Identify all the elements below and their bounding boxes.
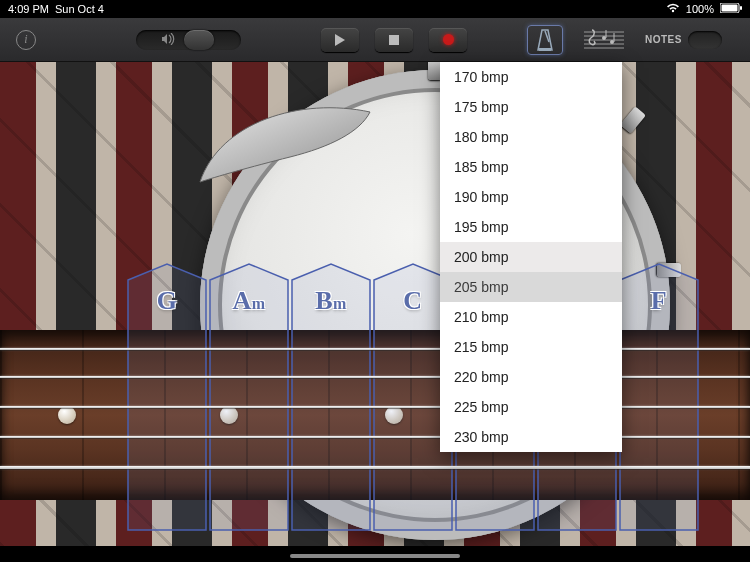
chord-tab-Am[interactable]: Am [208, 262, 290, 532]
svg-rect-4 [539, 48, 551, 51]
bpm-option[interactable]: 225 bmp [440, 392, 622, 422]
bpm-option[interactable]: 185 bmp [440, 152, 622, 182]
bpm-option[interactable]: 200 bmp [440, 242, 622, 272]
bpm-option[interactable]: 195 bmp [440, 212, 622, 242]
svg-rect-2 [740, 6, 742, 10]
battery-pct: 100% [686, 3, 714, 15]
svg-rect-1 [722, 5, 738, 12]
svg-point-12 [610, 40, 614, 44]
play-icon [335, 34, 345, 46]
metronome-button[interactable] [527, 25, 563, 55]
bpm-option[interactable]: 210 bmp [440, 302, 622, 332]
bpm-option[interactable]: 230 bmp [440, 422, 622, 452]
battery-icon [720, 3, 742, 15]
notes-toggle[interactable]: NOTES [645, 31, 722, 49]
instrument-stage: GAmBmCDEmF [0, 62, 750, 546]
svg-point-10 [602, 36, 606, 40]
metronome-icon [535, 28, 555, 52]
chord-tab-Bm[interactable]: Bm [290, 262, 372, 532]
chord-label: Am [208, 286, 290, 316]
chord-tab-G[interactable]: G [126, 262, 208, 532]
toggle-pill[interactable] [688, 31, 722, 49]
bpm-option[interactable]: 220 bmp [440, 362, 622, 392]
fret-marker [58, 406, 76, 424]
bpm-option[interactable]: 175 bmp [440, 92, 622, 122]
bpm-dropdown[interactable]: 170 bmp175 bmp180 bmp185 bmp190 bmp195 b… [440, 62, 622, 452]
status-date: Sun Oct 4 [55, 3, 104, 15]
home-indicator[interactable] [290, 554, 460, 558]
stop-icon [389, 35, 399, 45]
toolbar: i [0, 18, 750, 62]
bpm-option[interactable]: 205 bmp [440, 272, 622, 302]
record-button[interactable] [429, 28, 467, 52]
notes-label: NOTES [645, 34, 682, 45]
volume-slider[interactable] [136, 30, 241, 50]
banjo-armrest [190, 92, 390, 212]
bpm-option[interactable]: 215 bmp [440, 332, 622, 362]
wifi-icon [666, 3, 680, 15]
treble-clef-icon [584, 29, 624, 51]
app-window: 4:09 PM Sun Oct 4 100% i [0, 0, 750, 562]
chord-tab-F[interactable]: F [618, 262, 700, 532]
staff-button[interactable] [583, 27, 625, 53]
status-time: 4:09 PM [8, 3, 49, 15]
volume-knob[interactable] [184, 30, 214, 50]
bpm-option[interactable]: 180 bmp [440, 122, 622, 152]
chord-label: F [618, 286, 700, 316]
status-bar: 4:09 PM Sun Oct 4 100% [0, 0, 750, 18]
chord-label: Bm [290, 286, 372, 316]
volume-icon [162, 33, 176, 47]
transport-controls [321, 28, 467, 52]
play-button[interactable] [321, 28, 359, 52]
record-icon [443, 34, 454, 45]
stop-button[interactable] [375, 28, 413, 52]
bpm-option[interactable]: 170 bmp [440, 62, 622, 92]
chord-label: G [126, 286, 208, 316]
bpm-option[interactable]: 190 bmp [440, 182, 622, 212]
info-button[interactable]: i [16, 30, 36, 50]
